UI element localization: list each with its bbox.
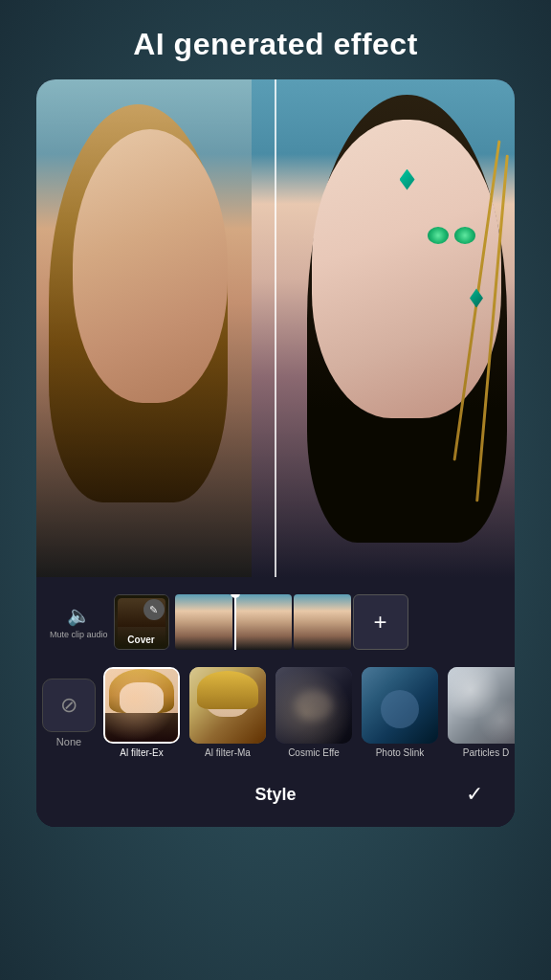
- main-card: 🔈 Mute clip audio ✎ Cover: [36, 79, 515, 827]
- effects-row: ⊘ None Al filter-Ex: [36, 657, 515, 766]
- face-left: [73, 129, 229, 403]
- none-icon: ⊘: [42, 679, 96, 732]
- timeline-playhead: [234, 594, 236, 650]
- timeline-row: 🔈 Mute clip audio ✎ Cover: [36, 587, 515, 657]
- page-title: AI generated effect: [114, 0, 437, 79]
- effect-particles[interactable]: Particles D: [448, 667, 515, 758]
- confirm-button[interactable]: ✓: [457, 777, 492, 812]
- effect-thumb-photo-slink: [362, 667, 438, 744]
- effect-ai-filter-ma[interactable]: Al filter-Ma: [189, 667, 266, 758]
- effect-label-photo-slink: Photo Slink: [376, 747, 425, 758]
- cover-label: Cover: [127, 635, 154, 645]
- photo-right: [252, 79, 515, 577]
- speaker-icon: 🔈: [67, 604, 91, 627]
- none-label: None: [56, 736, 81, 747]
- mute-button[interactable]: 🔈 Mute clip audio: [50, 604, 108, 640]
- cover-thumbnail[interactable]: ✎ Cover: [114, 594, 169, 650]
- effect-photo-slink[interactable]: Photo Slink: [362, 667, 438, 758]
- comparison-divider: [275, 79, 276, 577]
- effect-thumb-particles: [448, 667, 515, 744]
- clip-thumbnail-2[interactable]: [234, 594, 292, 650]
- anime-eye-left: [428, 227, 449, 244]
- effect-thumb-ai-ex: [103, 667, 180, 744]
- effect-label-cosmic: Cosmic Effe: [288, 747, 340, 758]
- effect-label-ai-ma: Al filter-Ma: [205, 747, 251, 758]
- effect-ai-filter-ex[interactable]: Al filter-Ex: [103, 667, 180, 758]
- effect-none[interactable]: ⊘ None: [44, 679, 94, 747]
- mute-label: Mute clip audio: [50, 630, 108, 640]
- photo-left: [36, 79, 276, 577]
- image-comparison: [36, 79, 515, 577]
- effect-label-particles: Particles D: [463, 747, 509, 758]
- anime-face: [312, 120, 501, 418]
- add-clip-button[interactable]: +: [353, 594, 408, 650]
- effect-label-ai-ex: Al filter-Ex: [120, 747, 164, 758]
- controls-area: 🔈 Mute clip audio ✎ Cover: [36, 577, 515, 827]
- edit-icon: ✎: [143, 599, 165, 620]
- effect-cosmic[interactable]: Cosmic Effe: [276, 667, 352, 758]
- timeline-clips: +: [175, 594, 501, 650]
- bottom-bar: Style ✓: [36, 766, 515, 827]
- clip-thumbnail-3[interactable]: [294, 594, 351, 650]
- style-label: Style: [94, 785, 457, 805]
- anime-eye-right: [454, 227, 475, 244]
- effect-thumb-ai-ma: [189, 667, 266, 744]
- clip-thumbnail-1[interactable]: [175, 594, 232, 650]
- effect-thumb-cosmic: [276, 667, 352, 744]
